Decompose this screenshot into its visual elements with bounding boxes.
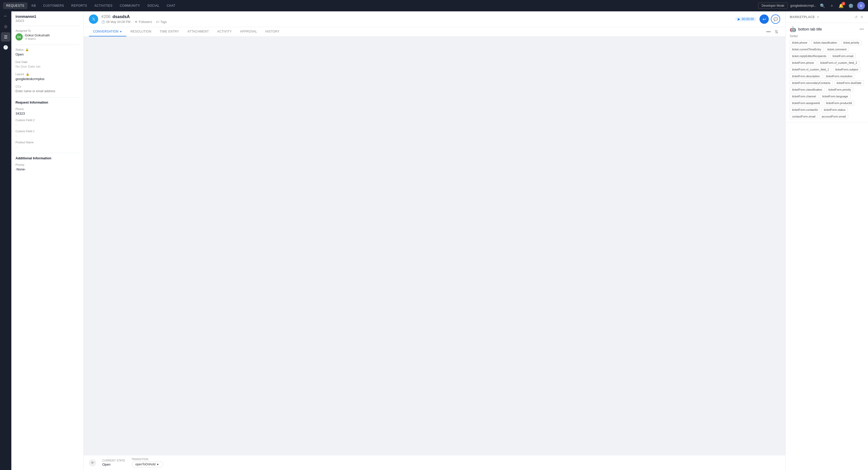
product-name-value: - bbox=[16, 145, 79, 149]
nav-item-customers[interactable]: CUSTOMERS bbox=[40, 2, 67, 9]
setter-tag[interactable]: ticketForm.description bbox=[790, 73, 822, 79]
request-info-label: Request Information bbox=[16, 100, 79, 104]
tab-activity[interactable]: ACTIVITY bbox=[213, 27, 236, 36]
custom-field2-label: Custom Field 2 bbox=[16, 119, 79, 122]
setter-tag[interactable]: ticketForm.cf_custom_field_2 bbox=[818, 60, 860, 65]
setter-tag[interactable]: ticket.replyEditorRecipients bbox=[790, 54, 829, 59]
bot-menu-button[interactable]: ••• bbox=[860, 27, 864, 32]
additional-info-label: Additional Information bbox=[16, 156, 79, 160]
current-state-label: CURRENT STATE bbox=[102, 459, 125, 462]
user-avatar[interactable]: U bbox=[857, 2, 865, 9]
setter-tags: ticket.phoneticket.classificationticket.… bbox=[790, 40, 864, 119]
state-icon: ⟳ bbox=[89, 459, 96, 466]
setter-tag[interactable]: ticketForm.phone bbox=[790, 60, 816, 65]
contact-header: ironmannn1 34323 bbox=[16, 14, 79, 26]
setter-tag[interactable]: ticketForm.language bbox=[820, 94, 850, 99]
setter-tag[interactable]: ticketForm.cf_custom_field_1 bbox=[790, 67, 831, 72]
setter-tag[interactable]: ticket.comment bbox=[825, 47, 849, 52]
setter-tag[interactable]: ticketForm.contactId bbox=[790, 107, 820, 112]
tab-history[interactable]: HISTORY bbox=[261, 27, 284, 36]
setter-tag[interactable]: ticketForm.assigneeId bbox=[790, 100, 822, 105]
tab-attachment[interactable]: ATTACHMENT bbox=[183, 27, 213, 36]
tab-bar: CONVERSATION ▼ RESOLUTION TIME ENTRY ATT… bbox=[84, 27, 785, 37]
sort-icon[interactable]: ⇅ bbox=[773, 27, 780, 36]
search-icon[interactable]: 🔍 bbox=[819, 2, 826, 9]
sidebar-icon-list[interactable]: ☰ bbox=[1, 32, 10, 41]
custom-field2-value: - bbox=[16, 123, 79, 127]
conversation-area bbox=[84, 37, 785, 455]
nav-item-reports[interactable]: REPORTS bbox=[68, 2, 90, 9]
ticket-number: #206 bbox=[101, 14, 111, 19]
add-icon[interactable]: ＋ bbox=[829, 2, 835, 9]
tab-approval[interactable]: APPROVAL bbox=[236, 27, 261, 36]
nav-item-community[interactable]: COMMUNITY bbox=[117, 2, 144, 9]
setter-tag[interactable]: contactForm.email bbox=[790, 114, 817, 119]
assignee-team: ↺ team1 bbox=[25, 37, 50, 40]
marketplace-actions: ↺ ✕ bbox=[854, 14, 864, 20]
setter-tag[interactable]: ticketForm.subject bbox=[833, 67, 861, 72]
due-date-label: Due Date bbox=[16, 60, 79, 64]
ticket-title-area: #206 dsasdsA 🕐 08 May 04:08 PM 👁 Followe… bbox=[101, 14, 732, 24]
bot-title: bottom tab title bbox=[798, 27, 822, 31]
setter-tag[interactable]: ticketForm.dueDate bbox=[834, 80, 864, 86]
tab-resolution[interactable]: RESOLUTION bbox=[126, 27, 156, 36]
setter-tag[interactable]: ticketForm.productId bbox=[824, 100, 854, 105]
nav-item-chat[interactable]: CHAT bbox=[163, 2, 179, 9]
setter-tag[interactable]: ticket.priority bbox=[841, 40, 862, 45]
setter-tag[interactable]: ticketForm.resolution bbox=[824, 73, 855, 79]
setter-tag[interactable]: ticketForm.channel bbox=[790, 94, 818, 99]
channel-icon: 𝕏 bbox=[89, 14, 98, 24]
dev-mode-button[interactable]: Developer Mode bbox=[758, 3, 788, 9]
tab-more-button[interactable]: ••• bbox=[764, 27, 773, 36]
assignee-info: Gokul Gokulnath ↺ team1 bbox=[25, 33, 50, 40]
transition-label: TRANSITION bbox=[131, 458, 163, 461]
contact-name: ironmannn1 bbox=[16, 14, 79, 19]
assignee-avatar: GG bbox=[16, 33, 23, 40]
settings-icon[interactable]: ⚙️ bbox=[847, 2, 855, 9]
note-button[interactable]: 💬 bbox=[771, 14, 780, 24]
ticket-date: 🕐 08 May 04:08 PM bbox=[101, 20, 130, 24]
tab-time-entry[interactable]: TIME ENTRY bbox=[156, 27, 183, 36]
timer-play-icon: ▶ bbox=[738, 17, 740, 21]
bot-section: 🤖 bottom tab title ••• Setter ticket.pho… bbox=[785, 23, 868, 122]
bot-header: 🤖 bottom tab title ••• bbox=[790, 26, 864, 32]
status-label: Status 🔒 bbox=[16, 48, 79, 52]
ticket-title: dsasdsA bbox=[113, 14, 130, 19]
additional-info-section: Additional Information Priority -None- bbox=[16, 156, 79, 171]
back-button[interactable]: ← bbox=[3, 13, 8, 19]
transition-button[interactable]: openToOnhold ▼ bbox=[131, 461, 163, 467]
reply-button[interactable]: ↩ bbox=[760, 14, 769, 24]
close-button[interactable]: ✕ bbox=[860, 14, 864, 20]
setter-tag[interactable]: ticketForm.priority bbox=[826, 87, 853, 92]
phone-label: Phone bbox=[16, 107, 79, 111]
setter-tag[interactable]: ticket.currentTimeEntry bbox=[790, 47, 824, 52]
setter-tag[interactable]: ticketForm.secondaryContacts bbox=[790, 80, 833, 86]
transition-section: TRANSITION openToOnhold ▼ bbox=[131, 458, 163, 467]
nav-item-requests[interactable]: REQUESTS bbox=[3, 2, 27, 9]
due-date-value: No Due Date set bbox=[16, 65, 79, 68]
request-info-section: Request Information Phone 34323 Custom F… bbox=[16, 100, 79, 149]
ticket-tags[interactable]: 🏷 Tags bbox=[156, 20, 167, 24]
notification-badge: 4 bbox=[842, 2, 845, 5]
setter-tag[interactable]: ticket.phone bbox=[790, 40, 810, 45]
sidebar-icon-history[interactable]: 🕐 bbox=[1, 42, 10, 52]
timer-badge[interactable]: ▶ 00:00:00 bbox=[735, 17, 756, 22]
ccs-input[interactable] bbox=[16, 89, 79, 93]
phone-value: 34323 bbox=[16, 112, 79, 116]
sidebar-icon-settings[interactable]: ⚙ bbox=[1, 22, 10, 31]
nav-item-kb[interactable]: KB bbox=[28, 2, 39, 9]
product-name-label: Product Name bbox=[16, 141, 79, 144]
refresh-button[interactable]: ↺ bbox=[854, 14, 858, 20]
nav-item-social[interactable]: SOCIAL bbox=[144, 2, 162, 9]
setter-tag[interactable]: ticket.classification bbox=[811, 40, 839, 45]
setter-tag[interactable]: accountForm.email bbox=[819, 114, 848, 119]
tab-conversation[interactable]: CONVERSATION ▼ bbox=[89, 27, 126, 36]
nav-item-activities[interactable]: ACTIVITIES bbox=[91, 2, 116, 9]
notification-icon[interactable]: 🔔 4 bbox=[838, 2, 845, 9]
external-link-icon[interactable]: ↗ bbox=[816, 15, 819, 19]
setter-tag[interactable]: ticketForm.classification bbox=[790, 87, 825, 92]
setter-tag[interactable]: ticketForm.status bbox=[822, 107, 848, 112]
setter-tag[interactable]: ticketForm.email bbox=[830, 54, 856, 59]
ticket-meta: 🕐 08 May 04:08 PM 👁 Followers 🏷 Tags bbox=[101, 20, 732, 24]
ticket-followers[interactable]: 👁 Followers bbox=[134, 20, 152, 24]
